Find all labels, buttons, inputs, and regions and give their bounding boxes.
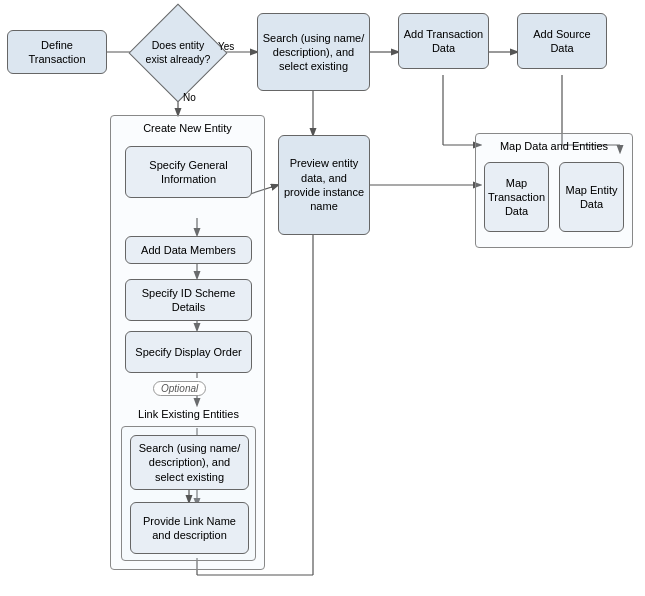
link-existing-label: Link Existing Entities <box>125 408 252 420</box>
provide-link-label: Provide Link Name and description <box>135 514 244 543</box>
specify-general-label: Specify General Information <box>130 158 247 187</box>
map-entity-data-label: Map Entity Data <box>564 183 619 212</box>
add-transaction-data-box: Add Transaction Data <box>398 13 489 69</box>
search-inner-label: Search (using name/ description), and se… <box>135 441 244 484</box>
specify-display-order-label: Specify Display Order <box>135 345 241 359</box>
specify-display-order-box: Specify Display Order <box>125 331 252 373</box>
specify-id-scheme-label: Specify ID Scheme Details <box>130 286 247 315</box>
search-top-box: Search (using name/ description), and se… <box>257 13 370 91</box>
define-transaction-label: Define Transaction <box>12 38 102 67</box>
search-top-label: Search (using name/ description), and se… <box>262 31 365 74</box>
diagram: Define Transaction Does entity exist alr… <box>0 0 645 596</box>
does-entity-exist-label: Does entity exist already? <box>142 39 214 66</box>
create-new-entity-label: Create New Entity <box>111 122 264 134</box>
yes-label: Yes <box>218 41 234 52</box>
specify-id-scheme-box: Specify ID Scheme Details <box>125 279 252 321</box>
map-transaction-data-label: Map Transaction Data <box>488 176 545 219</box>
map-entity-data-box: Map Entity Data <box>559 162 624 232</box>
add-source-data-label: Add Source Data <box>522 27 602 56</box>
map-transaction-data-box: Map Transaction Data <box>484 162 549 232</box>
preview-entity-box: Preview entity data, and provide instanc… <box>278 135 370 235</box>
provide-link-box: Provide Link Name and description <box>130 502 249 554</box>
add-source-data-box: Add Source Data <box>517 13 607 69</box>
link-existing-group: Search (using name/ description), and se… <box>121 426 256 561</box>
map-data-entities-group: Map Data and Entities Map Transaction Da… <box>475 133 633 248</box>
add-data-members-label: Add Data Members <box>141 243 236 257</box>
add-data-members-box: Add Data Members <box>125 236 252 264</box>
specify-general-box: Specify General Information <box>125 146 252 198</box>
search-inner-box: Search (using name/ description), and se… <box>130 435 249 490</box>
define-transaction-box: Define Transaction <box>7 30 107 74</box>
optional-badge: Optional <box>153 381 206 396</box>
preview-entity-label: Preview entity data, and provide instanc… <box>283 156 365 213</box>
no-label: No <box>183 92 196 103</box>
add-transaction-data-label: Add Transaction Data <box>403 27 484 56</box>
does-entity-exist-diamond: Does entity exist already? <box>142 17 214 89</box>
map-data-entities-label: Map Data and Entities <box>476 140 632 152</box>
create-new-entity-group: Create New Entity Specify General Inform… <box>110 115 265 570</box>
